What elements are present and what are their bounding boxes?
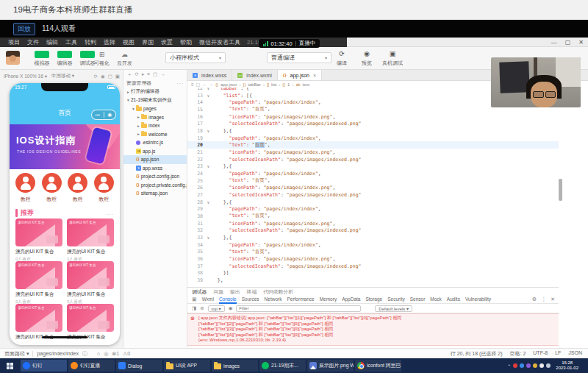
fold-arrow-icon[interactable]: ∨ [205, 88, 212, 90]
code-line[interactable]: 39 }, [187, 277, 559, 284]
tree-item[interactable]: ▾pages [123, 104, 187, 113]
menu-item[interactable]: 设置 [157, 38, 176, 47]
tree-item[interactable]: ▸welcome [123, 130, 187, 139]
devtools-tab[interactable]: Audits [447, 295, 460, 304]
taskbar-item[interactable]: 钉钉 [21, 360, 67, 372]
action-button[interactable]: ◉预览 [357, 50, 376, 67]
fold-arrow-icon[interactable]: ∨ [205, 129, 212, 133]
taskbar-item[interactable]: iconfont 阿里巴... [355, 360, 401, 372]
phone-simulator[interactable]: 15:27 首页 ••• ◉ IOS设计指南 THE IOS DESIGN GU… [10, 83, 120, 345]
target-icon[interactable]: ◎ [104, 351, 108, 357]
avatar[interactable] [6, 51, 20, 65]
network-select[interactable]: 中国移动 ▾ [51, 73, 74, 79]
tree-item[interactable]: {}project.config.json [123, 172, 187, 181]
action-button[interactable]: ▣真机调试 [382, 50, 403, 67]
code-line[interactable]: 28∨ },{ [187, 199, 559, 206]
console-sidebar-icon[interactable]: ◨ [192, 305, 196, 311]
home-icon[interactable]: ⌂ [97, 351, 100, 357]
code-area[interactable]: 12∨ "tabBar": {13∨ "list": [{14 "pagePat… [187, 88, 559, 287]
code-line[interactable]: 29 "pagePath": "pages/index/index", [187, 205, 559, 213]
devtools-tab[interactable]: Network [265, 295, 282, 304]
code-line[interactable]: 26 "iconPath": "pages/images/index.png", [187, 184, 559, 191]
menu-item[interactable]: 项目 [4, 38, 24, 47]
taskbar-item[interactable]: 展示图片.png WPS... [307, 360, 354, 372]
section-more-button[interactable]: ... [107, 210, 114, 216]
add-icon[interactable]: ＋ [127, 71, 132, 78]
tool-button[interactable]: ⊞可视化 [94, 51, 110, 67]
code-line[interactable]: 16 "iconPath": "pages/images/index.png", [187, 113, 559, 121]
devtools-tab[interactable]: Sources [242, 295, 259, 304]
code-line[interactable]: 17 "selectedIconPath": "pages/images/ind… [187, 120, 559, 127]
more-icon[interactable]: ▣ [115, 74, 120, 79]
tree-item[interactable]: {}app.json [123, 155, 187, 164]
fold-arrow-icon[interactable]: ∨ [205, 200, 212, 205]
cursor-position[interactable]: 行 20, 列 18 (已选择 2) [451, 350, 503, 358]
minimize-icon[interactable]: — [551, 38, 557, 47]
code-line[interactable]: 31 "iconPath": "pages/images/index.png", [187, 220, 559, 227]
tray-icon[interactable] [546, 363, 551, 368]
code-line[interactable]: 18∨ },{ [187, 127, 559, 135]
editor-tab[interactable]: {}app.json× [278, 70, 322, 80]
fold-arrow-icon[interactable]: ∨ [205, 164, 212, 168]
breadcrumb-segment[interactable]: 1 [287, 82, 290, 87]
breadcrumb-segment[interactable]: text [303, 82, 310, 87]
code-line[interactable]: 25 "text": "首页", [187, 177, 559, 185]
info-icon[interactable]: ⓘ [82, 350, 87, 358]
code-line[interactable]: 32 "selectedIconPath": "pages/images/ind… [187, 227, 559, 234]
page-path-select[interactable]: 页面路径 ▾ [4, 350, 29, 358]
mode-select[interactable]: 小程序模式 ▾ [165, 52, 226, 63]
devtools-tab[interactable]: Wxml [202, 295, 214, 304]
devtools-tab[interactable]: Console [219, 295, 237, 304]
clear-console-icon[interactable]: ⊘ [200, 305, 204, 311]
context-select[interactable]: top ▾ [208, 305, 225, 312]
tree-item[interactable]: Sapp.wxss [123, 164, 187, 173]
compile-mode-select[interactable]: 普通编译 ▾ [267, 52, 331, 63]
more-dots-icon[interactable]: ••• [92, 110, 104, 119]
devtools-tab[interactable]: Security [387, 295, 404, 304]
menu-item[interactable]: 编辑 [43, 38, 62, 47]
editor-tab[interactable]: Sindex.wxss [187, 70, 232, 80]
tray-expand-icon[interactable]: ⌃ [507, 363, 511, 369]
toggle-button[interactable]: 模拟器 [32, 51, 51, 67]
tool-button[interactable]: ☁云开发 [117, 51, 132, 67]
devtools-tab[interactable]: AppData [342, 295, 360, 304]
taskbar-item[interactable]: 钉钉直播 [68, 360, 115, 372]
toggle-button[interactable]: 编辑器 [55, 51, 74, 67]
tree-item[interactable]: JSapp.js [123, 147, 187, 156]
code-line[interactable]: 30 "text": "首页", [187, 213, 559, 220]
tray-icon[interactable] [539, 363, 544, 368]
tray-icon[interactable] [520, 363, 524, 368]
code-line[interactable]: 19 "pagePath": "pages/index/index", [187, 135, 559, 142]
menu-item[interactable]: 界面 [138, 38, 157, 47]
filter-input[interactable] [236, 305, 361, 312]
screenshot-icon[interactable]: ▢ [108, 74, 112, 79]
log-levels-select[interactable]: Default levels ▾ [375, 305, 412, 312]
breadcrumb-segment[interactable]: tabBar [248, 82, 261, 87]
taskbar-clock[interactable]: 15:28 2023-01-02 [553, 360, 581, 372]
menu-item[interactable]: 视图 [119, 38, 138, 47]
ui-kit-card[interactable]: 漂亮的UI KIT 集合漂亮的UI KIT 集合2人喜欢 [15, 261, 62, 304]
warning-count[interactable]: ⚠0 [123, 351, 130, 357]
code-line[interactable]: 36 "iconPath": "pages/images/index.png", [187, 255, 559, 263]
rotate-icon[interactable]: ⟳ [94, 74, 98, 79]
close-circle-icon[interactable]: ◉ [104, 110, 116, 119]
tree-item[interactable]: ▾21-19期末实训作业 [123, 96, 187, 105]
devtools-tab[interactable]: Sensor [410, 295, 426, 304]
code-line[interactable]: 20 "text": "首页", [187, 141, 559, 149]
editor-tab[interactable]: <>index.wxml [232, 70, 278, 80]
ui-kit-card[interactable]: 漂亮的UI KIT 集合漂亮的UI KIT 集合0人喜欢 [15, 219, 62, 261]
miniprogram-capsule[interactable]: ••• ◉ [91, 110, 116, 120]
preview-pane-icon[interactable]: ▢ [196, 82, 201, 87]
split-icon[interactable]: ≡ [191, 82, 194, 87]
more-dots-icon[interactable]: ··· [176, 81, 184, 86]
close-icon[interactable]: ✕ [578, 38, 584, 47]
code-line[interactable]: 21 "iconPath": "pages/images/index.png", [187, 149, 559, 156]
code-line[interactable]: 33∨ },{ [187, 234, 559, 241]
ui-kit-card[interactable]: 漂亮的UI KIT 集合漂亮的UI KIT 集合3人喜欢 [67, 261, 114, 304]
kebab-icon[interactable]: ⋮ [541, 295, 546, 304]
gear-icon[interactable]: ⚙ [532, 295, 537, 304]
menu-item[interactable]: 转到 [81, 38, 100, 47]
forward-icon[interactable]: → [209, 82, 213, 87]
hero-banner[interactable]: IOS设计指南 THE IOS DESIGN GUIDELINES [10, 124, 120, 169]
taskbar-item[interactable]: images [212, 360, 258, 372]
